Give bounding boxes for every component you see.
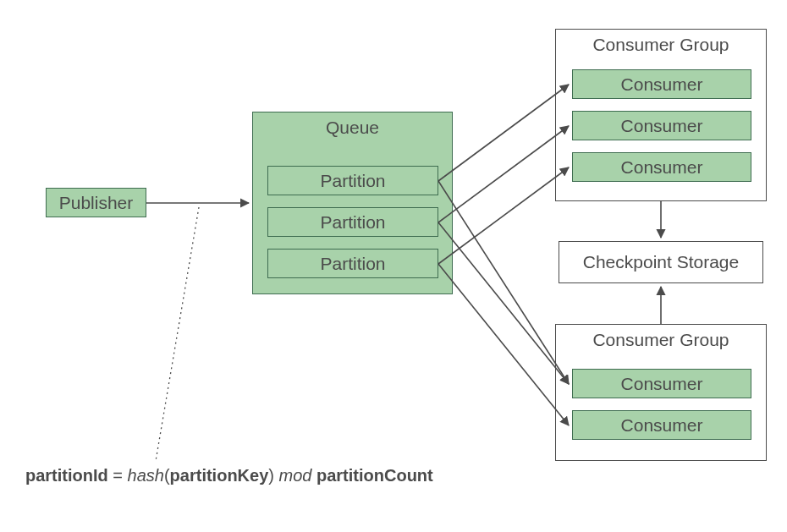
arrow-p2-to-g2a: [438, 222, 569, 384]
partition-box-2: Partition: [267, 249, 438, 278]
partition-box-1: Partition: [267, 207, 438, 237]
consumer-box-0-0: Consumer: [572, 69, 751, 99]
arrow-p1-to-c1: [438, 85, 569, 181]
arrow-p3-to-c3: [438, 167, 569, 264]
partition-label-0: Partition: [320, 171, 385, 191]
checkpoint-label: Checkpoint Storage: [583, 252, 739, 272]
formula-fn: hash: [128, 466, 164, 485]
consumer-box-0-1: Consumer: [572, 111, 751, 140]
consumer-box-1-0: Consumer: [572, 369, 751, 398]
consumer-label-0-2: Consumer: [621, 157, 703, 178]
partition-label-2: Partition: [320, 254, 385, 274]
formula-arg: partitionKey: [170, 466, 269, 485]
partition-label-1: Partition: [320, 212, 385, 233]
publisher-label: Publisher: [59, 193, 134, 213]
consumer-label-1-0: Consumer: [621, 374, 703, 394]
consumer-group-title-1: Consumer Group: [556, 325, 766, 350]
consumer-label-0-0: Consumer: [621, 74, 703, 95]
formula-lhs: partitionId: [25, 466, 108, 485]
consumer-box-0-2: Consumer: [572, 152, 751, 182]
partition-formula: partitionId = hash(partitionKey) mod par…: [25, 466, 433, 485]
consumer-box-1-1: Consumer: [572, 410, 751, 440]
formula-rhs: partitionCount: [316, 466, 433, 485]
consumer-group-title-0: Consumer Group: [556, 30, 766, 55]
consumer-label-0-1: Consumer: [621, 116, 703, 136]
consumer-label-1-1: Consumer: [621, 415, 703, 436]
arrow-p1-to-g2a: [438, 181, 569, 384]
publisher-box: Publisher: [46, 188, 146, 217]
checkpoint-box: Checkpoint Storage: [559, 241, 763, 283]
diagram-canvas: Publisher Queue Partition Partition Part…: [0, 0, 787, 532]
formula-eq: =: [108, 466, 128, 485]
formula-op: mod: [274, 466, 316, 485]
arrow-p2-to-c2: [438, 126, 569, 222]
partition-box-0: Partition: [267, 166, 438, 195]
arrow-p3-to-g2b: [438, 264, 569, 425]
dotted-publisher-formula: [156, 207, 199, 461]
queue-title: Queue: [253, 112, 452, 138]
